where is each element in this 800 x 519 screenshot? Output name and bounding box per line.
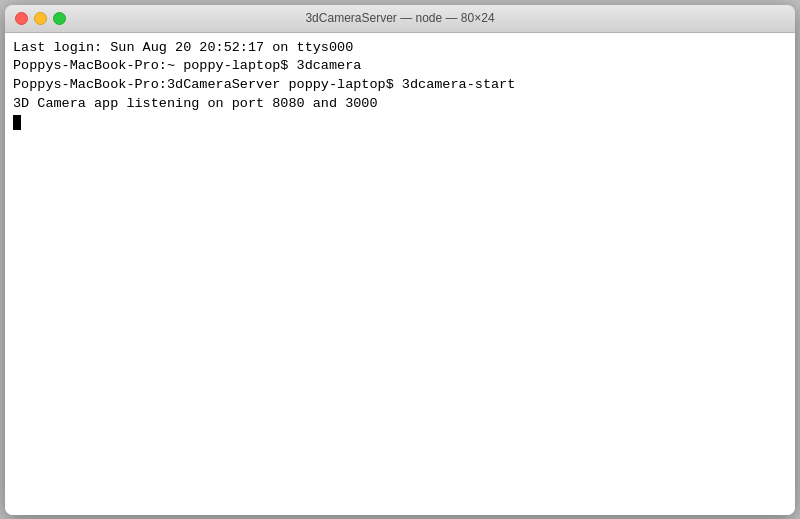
window-title: 3dCameraServer — node — 80×24	[305, 11, 494, 25]
title-bar: 3dCameraServer — node — 80×24	[5, 5, 795, 33]
maximize-button[interactable]	[53, 12, 66, 25]
terminal-line-3: Poppys-MacBook-Pro:3dCameraServer poppy-…	[13, 76, 787, 95]
terminal-window: 3dCameraServer — node — 80×24 Last login…	[5, 5, 795, 515]
terminal-line-5	[13, 114, 787, 133]
cursor	[13, 115, 21, 130]
traffic-lights	[15, 12, 66, 25]
terminal-body[interactable]: Last login: Sun Aug 20 20:52:17 on ttys0…	[5, 33, 795, 515]
close-button[interactable]	[15, 12, 28, 25]
terminal-line-1: Last login: Sun Aug 20 20:52:17 on ttys0…	[13, 39, 787, 58]
terminal-line-4: 3D Camera app listening on port 8080 and…	[13, 95, 787, 114]
minimize-button[interactable]	[34, 12, 47, 25]
terminal-line-2: Poppys-MacBook-Pro:~ poppy-laptop$ 3dcam…	[13, 57, 787, 76]
